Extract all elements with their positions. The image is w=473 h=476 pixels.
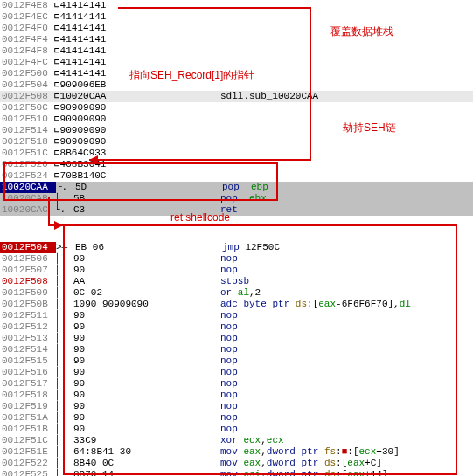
hex-cell: 5D: [75, 182, 222, 193]
gutter-cell: │: [54, 344, 73, 355]
address-cell: 0012F51C: [0, 148, 54, 159]
disasm-cell: nop: [220, 367, 473, 378]
disasm-row: 0012F51A│ 90nop: [0, 412, 473, 424]
annot-seh-pointer: 指向SEH_Record[1]的指针: [129, 70, 254, 81]
disasm-cell: nop: [220, 344, 473, 355]
stack-row: 0012F508⊏10020CAAsdll.sub_10020CAA: [0, 91, 473, 102]
address-cell: 0012F504: [0, 79, 54, 91]
address-cell: 0012F518: [0, 390, 54, 401]
gutter-cell: ┌.: [56, 182, 75, 193]
gutter-cell: │.: [54, 193, 73, 204]
address-cell: 0012F506: [0, 253, 54, 265]
disasm-row: 0012F525│ 8B70 14mov esi,dword ptr ds:[e…: [0, 469, 473, 476]
gutter-cell: │: [54, 253, 73, 265]
disasm-row: 0012F506│ 90nop: [0, 253, 473, 265]
hex-cell: ⊏90909090: [54, 125, 220, 136]
hex-cell: EB 06: [75, 242, 222, 253]
disasm-cell: nop: [220, 253, 473, 265]
disasm-cell: [220, 170, 473, 182]
disasm-cell: nop: [220, 378, 473, 390]
gutter-cell: │: [54, 276, 73, 287]
disasm-row: 0012F513│ 90nop: [0, 333, 473, 344]
disasm-cell: [220, 102, 473, 114]
hex-cell: 90: [73, 333, 220, 344]
stack-row: 0012F51C⊏8B64C933: [0, 148, 473, 159]
address-cell: 0012F4F0: [0, 23, 54, 34]
disasm-row: 0012F515│ 90nop: [0, 355, 473, 367]
disasm-cell: nop: [220, 310, 473, 321]
disasm-row: 0012F512│ 90nop: [0, 321, 473, 333]
hex-cell: ⊏41414141: [54, 45, 220, 57]
hex-cell: ⊏41414141: [54, 11, 220, 23]
disasm-row: 0012F518│ 90nop: [0, 390, 473, 401]
disasm-cell: adc byte ptr ds:[eax-6F6F6F70],dl: [220, 299, 473, 310]
disasm-cell: [220, 148, 473, 159]
stack-row: 0012F4F8⊏41414141: [0, 45, 473, 57]
address-cell: 0012F519: [0, 401, 54, 412]
disasm-cell: [220, 68, 473, 79]
address-cell: 0012F509: [0, 287, 54, 299]
annot-overwrite-stack: 覆盖数据堆栈: [330, 26, 393, 38]
disasm-row: 0012F522│ 8B40 0Cmov eax,dword ptr ds:[e…: [0, 458, 473, 469]
disasm-row: 0012F514│ 90nop: [0, 344, 473, 355]
address-cell: 0012F50C: [0, 102, 54, 114]
address-cell: 0012F525: [0, 469, 54, 476]
disasm-cell: stosb: [220, 276, 473, 287]
address-cell: 0012F51E: [0, 446, 54, 458]
disasm-row: 0012F51C│ 33C9xor ecx,ecx: [0, 435, 473, 446]
hex-cell: ⊏10020CAA: [54, 91, 220, 102]
stack-row: 0012F514⊏90909090: [0, 125, 473, 136]
disasm-cell: nop: [220, 321, 473, 333]
stack-row: 0012F50C⊏90909090: [0, 102, 473, 114]
disasm-cell: pop ebx: [220, 193, 473, 204]
disasm-row: 0012F504>—EB 06jmp 12F50C: [0, 242, 473, 253]
address-cell: 0012F514: [0, 125, 54, 136]
address-cell: 0012F4F8: [0, 45, 54, 57]
stack-row: 0012F4FC⊏41414141: [0, 57, 473, 68]
poppopret-row: 10020CAA┌.5Dpop ebp: [0, 182, 473, 193]
disasm-cell: nop: [220, 390, 473, 401]
address-cell: 0012F50B: [0, 299, 54, 310]
address-cell: 10020CAC: [0, 204, 54, 216]
annot-ret-shellcode: ret shellcode: [170, 212, 230, 224]
stack-row: 0012F510⊏90909090: [0, 114, 473, 125]
gutter-cell: └.: [54, 204, 73, 216]
address-cell: 0012F51C: [0, 435, 54, 446]
stack-row: 0012F4F0⊏41414141: [0, 23, 473, 34]
stack-row: 0012F524⊏70BB140C: [0, 170, 473, 182]
hex-cell: 8B70 14: [73, 469, 220, 476]
hex-cell: 90: [73, 344, 220, 355]
gutter-cell: >—: [56, 242, 75, 253]
address-cell: 0012F500: [0, 68, 54, 79]
disasm-row: 0012F508│ AAstosb: [0, 276, 473, 287]
disasm-row: 0012F519│ 90nop: [0, 401, 473, 412]
address-cell: 0012F508: [0, 276, 54, 287]
hex-cell: 90: [73, 265, 220, 276]
poppopret-panel: 10020CAA┌.5Dpop ebp10020CAB│.5Bpop ebx10…: [0, 182, 473, 216]
address-cell: 0012F514: [0, 344, 54, 355]
hex-cell: 90: [73, 390, 220, 401]
stack-row: 0012F4EC⊏41414141: [0, 11, 473, 23]
disasm-cell: or al,2: [220, 287, 473, 299]
address-cell: 0012F4FC: [0, 57, 54, 68]
address-cell: 0012F522: [0, 458, 54, 469]
disasm-cell: sdll.sub_10020CAA: [220, 91, 473, 102]
gutter-cell: │: [54, 390, 73, 401]
address-cell: 0012F516: [0, 367, 54, 378]
address-cell: 0012F4F4: [0, 34, 54, 45]
poppopret-row: 10020CAC└.C3ret: [0, 204, 473, 216]
disasm-cell: [220, 79, 473, 91]
address-cell: 10020CAB: [0, 193, 54, 204]
address-cell: 0012F510: [0, 114, 54, 125]
hex-cell: 90: [73, 401, 220, 412]
hex-cell: 90: [73, 355, 220, 367]
disasm-cell: nop: [220, 401, 473, 412]
disasm-row: 0012F51E│ 64:8B41 30mov eax,dword ptr fs…: [0, 446, 473, 458]
annot-seh-hijack: 劫持SEH链: [343, 122, 396, 134]
gutter-cell: │: [54, 367, 73, 378]
disasm-cell: nop: [220, 412, 473, 424]
gutter-cell: │: [54, 310, 73, 321]
disasm-cell: nop: [220, 355, 473, 367]
hex-cell: 64:8B41 30: [73, 446, 220, 458]
hex-cell: 90: [73, 367, 220, 378]
